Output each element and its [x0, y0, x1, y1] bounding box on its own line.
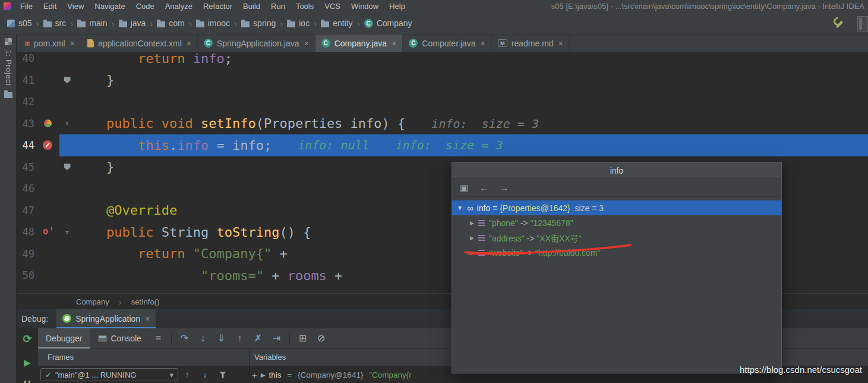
close-icon[interactable]: × — [145, 314, 150, 324]
fold-chevron-icon[interactable]: ▿ — [59, 119, 75, 128]
menu-item-view[interactable]: View — [62, 2, 89, 11]
popup-options-icon[interactable]: ▣ — [460, 183, 468, 193]
editor-tab-bar: mpom.xml× applicationContext.xml× CSprin… — [17, 34, 868, 52]
menu-item-tools[interactable]: Tools — [291, 2, 319, 11]
menu-bar: File Edit View Navigate Code Analyze Ref… — [0, 0, 868, 12]
breadcrumb-item-ioc[interactable]: ioc — [287, 18, 310, 28]
breadcrumb-item-imooc[interactable]: imooc — [196, 18, 230, 28]
variable-ref: {Company@1641} — [298, 371, 364, 379]
previous-frame-icon[interactable]: ↑ — [178, 370, 196, 379]
menu-item-file[interactable]: File — [15, 2, 38, 11]
chevron-right-icon: › — [314, 18, 317, 29]
expand-icon[interactable]: ▶ — [261, 372, 266, 378]
menu-item-edit[interactable]: Edit — [38, 2, 62, 11]
breadcrumb-class[interactable]: Company — [76, 297, 109, 306]
step-out-icon[interactable]: ↑ — [231, 333, 249, 344]
drop-frame-icon[interactable]: ✗ — [249, 332, 267, 344]
project-tool-icon — [5, 38, 12, 45]
folder-icon — [4, 92, 12, 98]
hamburger-menu-icon[interactable]: ≡ — [149, 333, 168, 344]
back-icon[interactable]: ← — [479, 183, 488, 193]
chevron-right-icon: › — [119, 297, 122, 307]
variable-row-this[interactable]: + ▶ this = {Company@1641} "Company{r — [250, 370, 412, 380]
tree-row-address[interactable]: ▶ "address" -> "XX街XX号" — [452, 230, 781, 245]
breakpoint-icon[interactable]: ✓ — [43, 140, 52, 150]
menu-item-analyze[interactable]: Analyze — [160, 2, 198, 11]
tab-console[interactable]: Console — [90, 328, 149, 349]
menu-item-code[interactable]: Code — [131, 2, 160, 11]
forward-icon[interactable]: → — [500, 183, 509, 193]
class-icon: C — [204, 39, 213, 48]
fold-chevron-icon[interactable]: ▿ — [59, 228, 75, 237]
tree-row-root[interactable]: ▼ ∞ info = {Properties@1642} size = 3 — [452, 200, 781, 215]
force-step-into-icon[interactable]: ⇓ — [212, 332, 231, 344]
thread-dropdown[interactable]: ✓ "main"@1 ... RUNNING ▾ — [40, 368, 178, 381]
menu-item-refactor[interactable]: Refactor — [198, 2, 238, 11]
breadcrumb-label: imooc — [208, 18, 230, 28]
breadcrumb-item-spring[interactable]: spring — [241, 18, 276, 28]
breadcrumb-item-entity[interactable]: entity — [321, 18, 352, 28]
module-icon — [7, 20, 15, 27]
menu-item-build[interactable]: Build — [238, 2, 266, 11]
close-icon[interactable]: × — [481, 39, 485, 48]
folder-icon — [321, 21, 329, 27]
breadcrumb-item-com[interactable]: com — [157, 18, 184, 28]
tool-panel-icon[interactable] — [857, 16, 868, 32]
run-to-cursor-icon[interactable]: ⇥ — [267, 332, 286, 344]
rerun-icon[interactable]: ⟳ — [23, 334, 31, 344]
breadcrumb-item-s05[interactable]: s05 — [7, 18, 32, 28]
close-icon[interactable]: × — [70, 39, 75, 48]
filter-frames-icon[interactable] — [219, 372, 226, 378]
breadcrumb-method[interactable]: setInfo() — [131, 297, 160, 306]
menu-item-run[interactable]: Run — [266, 2, 291, 11]
close-icon[interactable]: × — [558, 39, 563, 48]
add-watch-icon[interactable]: + — [252, 370, 257, 380]
breadcrumb-item-java[interactable]: java — [119, 18, 146, 28]
tree-row-phone[interactable]: ▶ "phone" -> "12345678" — [452, 215, 781, 230]
breadcrumb-item-company[interactable]: CCompany — [364, 18, 412, 28]
view-breakpoints-icon[interactable]: ⊞ — [293, 332, 312, 344]
step-into-icon[interactable]: ↓ — [194, 333, 212, 344]
debug-session-tab[interactable]: SpringApplication × — [56, 309, 156, 328]
folder-icon — [119, 21, 127, 27]
inline-debug-hint: info: null — [298, 138, 369, 152]
breadcrumb-item-src[interactable]: src — [43, 18, 67, 28]
spring-bean-icon[interactable] — [44, 120, 52, 127]
tab-debugger[interactable]: Debugger — [38, 328, 90, 349]
menu-item-navigate[interactable]: Navigate — [89, 2, 130, 11]
editor-line-42: 42 — [17, 91, 868, 113]
menu-item-help[interactable]: Help — [384, 2, 411, 11]
tab-readme-md[interactable]: Mreadme.md× — [492, 34, 570, 52]
tab-company-java[interactable]: CCompany.java× — [315, 34, 403, 52]
fold-marker-icon[interactable] — [64, 77, 71, 83]
mute-breakpoints-icon[interactable]: ⊘ — [312, 332, 330, 344]
breadcrumb-item-main[interactable]: main — [77, 18, 107, 28]
resume-icon[interactable]: ▶ — [24, 358, 31, 367]
close-icon[interactable]: × — [187, 39, 191, 48]
entry-key: "address" — [489, 234, 525, 243]
close-icon[interactable]: × — [392, 39, 396, 48]
chevron-right-icon: › — [112, 18, 115, 29]
project-tool-button[interactable]: 1: Project — [4, 50, 12, 86]
tab-application-context[interactable]: applicationContext.xml× — [81, 34, 198, 52]
menu-item-vcs[interactable]: VCS — [319, 2, 346, 11]
overriding-method-icon[interactable]: o↑ — [43, 227, 52, 237]
tab-spring-application[interactable]: CSpringApplication.java× — [198, 34, 315, 52]
tab-computer-java[interactable]: CComputer.java× — [403, 34, 491, 52]
expand-icon[interactable]: ▶ — [470, 250, 474, 256]
chevron-right-icon: › — [150, 18, 153, 29]
tree-row-website[interactable]: ▶ "website" -> "http://baidu.com" — [452, 245, 781, 260]
fold-marker-icon[interactable] — [64, 164, 71, 170]
close-icon[interactable]: × — [304, 39, 309, 48]
menu-item-window[interactable]: Window — [346, 2, 384, 11]
step-over-icon[interactable]: ↷ — [175, 332, 194, 344]
tab-label: pom.xml — [34, 39, 65, 48]
wrench-icon[interactable] — [834, 18, 844, 29]
collapse-icon[interactable]: ▼ — [457, 205, 463, 211]
tab-pom-xml[interactable]: mpom.xml× — [19, 34, 81, 52]
next-frame-icon[interactable]: ↓ — [196, 370, 214, 379]
expand-icon[interactable]: ▶ — [470, 235, 474, 241]
intellij-window: File Edit View Navigate Code Analyze Ref… — [0, 0, 868, 383]
pause-icon[interactable] — [24, 381, 30, 383]
expand-icon[interactable]: ▶ — [470, 220, 474, 226]
